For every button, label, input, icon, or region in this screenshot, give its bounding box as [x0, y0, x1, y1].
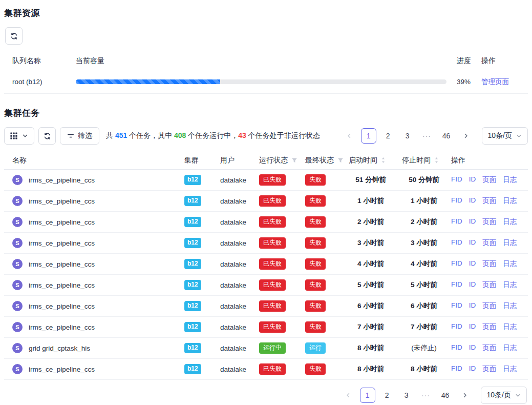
start-time: 51 分钟前 [349, 175, 393, 185]
action-link-id[interactable]: ID [469, 301, 476, 311]
filter-funnel-icon[interactable] [337, 157, 344, 164]
page-button-3[interactable]: 3 [399, 388, 414, 403]
action-link-id[interactable]: ID [469, 322, 476, 332]
final-status-badge: 失败 [305, 237, 326, 248]
action-link-page[interactable]: 页面 [482, 196, 496, 206]
run-status-badge: 已失败 [259, 195, 286, 206]
queue-name: root (b12) [12, 78, 76, 86]
action-link-fid[interactable]: FID [451, 217, 462, 227]
bottom-pagination-bar: 1 2 3 ··· 46 10条/页 [4, 387, 528, 404]
task-avatar: S [12, 217, 23, 227]
action-link-id[interactable]: ID [469, 196, 476, 206]
action-link-log[interactable]: 日志 [503, 301, 517, 311]
action-link-fid[interactable]: FID [451, 301, 462, 311]
action-link-id[interactable]: ID [469, 280, 476, 290]
start-time: 4 小时前 [349, 259, 393, 269]
header-cluster: 集群 [184, 156, 220, 165]
sort-icon[interactable] [381, 157, 386, 164]
sort-icon[interactable] [434, 157, 439, 164]
action-link-log[interactable]: 日志 [503, 259, 517, 269]
action-link-id[interactable]: ID [469, 259, 476, 269]
run-status-badge: 已失败 [259, 174, 286, 185]
action-link-page[interactable]: 页面 [482, 259, 496, 269]
action-link-id[interactable]: ID [469, 217, 476, 227]
page-button-1[interactable]: 1 [361, 128, 376, 144]
action-link-fid[interactable]: FID [451, 259, 462, 269]
manage-page-link[interactable]: 管理页面 [481, 77, 528, 87]
action-link-id[interactable]: ID [469, 238, 476, 248]
action-link-page[interactable]: 页面 [482, 343, 496, 353]
next-page-button[interactable] [458, 128, 474, 144]
stop-time: (未停止) [402, 343, 446, 353]
action-link-fid[interactable]: FID [451, 238, 462, 248]
stop-time: 5 小时前 [402, 280, 446, 290]
action-link-log[interactable]: 日志 [503, 196, 517, 206]
start-time: 1 小时前 [349, 196, 393, 206]
action-link-log[interactable]: 日志 [503, 343, 517, 353]
final-status-badge: 失败 [305, 195, 326, 206]
filter-lines-icon [67, 132, 74, 139]
action-link-fid[interactable]: FID [451, 343, 462, 353]
action-link-id[interactable]: ID [469, 343, 476, 353]
action-link-id[interactable]: ID [469, 175, 476, 185]
page-size-select[interactable]: 10条/页 [481, 387, 527, 404]
action-link-page[interactable]: 页面 [482, 301, 496, 311]
page: 集群资源 队列名称 当前容量 进度 操作 root (b12) 39% 管理页面… [0, 0, 532, 404]
task-avatar: S [12, 238, 23, 248]
action-link-fid[interactable]: FID [451, 175, 462, 185]
start-time: 8 小时前 [349, 364, 393, 374]
final-status-badge: 失败 [305, 174, 326, 185]
stop-time: 4 小时前 [402, 259, 446, 269]
start-time: 3 小时前 [349, 238, 393, 248]
action-link-log[interactable]: 日志 [503, 238, 517, 248]
action-link-page[interactable]: 页面 [482, 238, 496, 248]
action-link-page[interactable]: 页面 [482, 322, 496, 332]
task-avatar: S [12, 301, 23, 311]
cluster-badge: b12 [184, 175, 201, 185]
task-user: datalake [220, 239, 259, 247]
task-user: datalake [220, 218, 259, 226]
task-row: S irms_ce_pipeline_ccs b12 datalake 已失败 … [4, 170, 528, 191]
filter-funnel-icon[interactable] [291, 157, 297, 164]
resources-refresh-button[interactable] [5, 27, 23, 45]
tasks-refresh-button[interactable] [38, 127, 56, 145]
action-link-fid[interactable]: FID [451, 322, 462, 332]
action-link-page[interactable]: 页面 [482, 217, 496, 227]
page-button-2[interactable]: 2 [379, 388, 395, 403]
page-button-1[interactable]: 1 [360, 388, 375, 403]
page-button-46[interactable]: 46 [439, 128, 454, 144]
action-link-id[interactable]: ID [469, 364, 476, 374]
action-link-log[interactable]: 日志 [503, 175, 517, 185]
header-final-status: 最终状态 [305, 156, 349, 165]
action-link-fid[interactable]: FID [451, 196, 462, 206]
queue-row: root (b12) 39% 管理页面 [4, 70, 528, 94]
page-button-2[interactable]: 2 [380, 128, 396, 144]
start-time: 2 小时前 [349, 217, 393, 227]
running-task-count: 408 [174, 131, 186, 139]
action-link-page[interactable]: 页面 [482, 364, 496, 374]
action-link-log[interactable]: 日志 [503, 217, 517, 227]
page-button-46[interactable]: 46 [438, 388, 453, 403]
layout-grid-button[interactable] [4, 127, 34, 145]
action-link-page[interactable]: 页面 [482, 280, 496, 290]
header-start-time: 启动时间 [349, 156, 402, 165]
page-ellipsis[interactable]: ··· [418, 388, 434, 403]
start-time: 6 小时前 [349, 301, 393, 311]
final-status-badge: 失败 [305, 216, 326, 227]
action-link-fid[interactable]: FID [451, 364, 462, 374]
page-ellipsis[interactable]: ··· [419, 128, 435, 144]
action-link-log[interactable]: 日志 [503, 322, 517, 332]
tasks-toolbar: 筛选 共 451 个任务，其中 408 个任务运行中，43 个任务处于非运行状态… [4, 127, 528, 145]
filter-button[interactable]: 筛选 [60, 127, 99, 145]
page-size-select[interactable]: 10条/页 [482, 127, 528, 145]
final-status-badge: 失败 [305, 321, 326, 332]
action-link-fid[interactable]: FID [451, 280, 462, 290]
action-link-log[interactable]: 日志 [503, 280, 517, 290]
action-link-log[interactable]: 日志 [503, 364, 517, 374]
action-link-page[interactable]: 页面 [482, 175, 496, 185]
chevron-down-icon [516, 133, 522, 139]
refresh-icon [44, 132, 51, 140]
page-button-3[interactable]: 3 [400, 128, 415, 144]
task-user: datalake [220, 197, 259, 205]
next-page-button[interactable] [457, 388, 473, 403]
